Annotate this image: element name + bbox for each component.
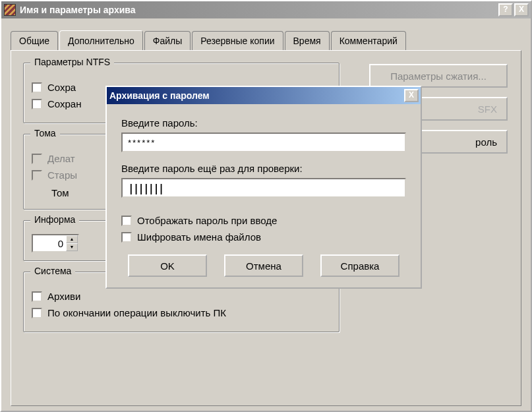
confirm-password-label: Введите пароль ещё раз для проверки: bbox=[121, 163, 406, 174]
checkbox-icon[interactable] bbox=[32, 291, 42, 302]
dialog-titlebar: Архивация с паролем X bbox=[107, 87, 421, 104]
tab-files[interactable]: Файлы bbox=[144, 31, 191, 51]
encrypt-filenames-row[interactable]: Шифровать имена файлов bbox=[121, 231, 406, 243]
app-icon bbox=[4, 4, 16, 16]
recovery-record-spinner[interactable]: ▲ ▼ bbox=[32, 234, 79, 252]
spinner-up-icon[interactable]: ▲ bbox=[66, 235, 78, 243]
password-label: Введите пароль: bbox=[121, 117, 406, 129]
ntfs-save-security-label: Сохра bbox=[47, 82, 76, 93]
show-password-row[interactable]: Отображать пароль при вводе bbox=[121, 215, 406, 226]
main-titlebar: Имя и параметры архива ? X bbox=[1, 1, 531, 18]
checkbox-icon[interactable] bbox=[32, 308, 42, 318]
tab-advanced[interactable]: Дополнительно bbox=[59, 30, 143, 50]
info-group-title: Информа bbox=[30, 214, 79, 225]
dialog-title: Архивация с паролем bbox=[109, 90, 404, 101]
system-background-row[interactable]: Архиви bbox=[32, 291, 331, 302]
checkbox-icon[interactable] bbox=[32, 82, 42, 93]
system-shutdown-row[interactable]: По окончании операции выключить ПК bbox=[32, 307, 331, 318]
recovery-record-input[interactable] bbox=[33, 235, 66, 251]
checkbox-icon bbox=[32, 154, 42, 164]
help-button[interactable]: ? bbox=[498, 3, 513, 16]
tab-general[interactable]: Общие bbox=[11, 31, 58, 51]
ntfs-group-title: Параметры NTFS bbox=[30, 57, 114, 67]
password-dialog: Архивация с паролем X Введите пароль: Вв… bbox=[105, 86, 422, 289]
password-input[interactable] bbox=[121, 132, 406, 152]
system-background-label: Архиви bbox=[47, 291, 80, 302]
tab-backup[interactable]: Резервные копии bbox=[192, 31, 283, 51]
system-shutdown-label: По окончании операции выключить ПК bbox=[47, 307, 226, 318]
tab-time[interactable]: Время bbox=[285, 31, 330, 51]
tab-comment[interactable]: Комментарий bbox=[331, 31, 406, 51]
ntfs-save-streams-label: Сохран bbox=[47, 98, 81, 109]
checkbox-icon[interactable] bbox=[121, 232, 132, 243]
checkbox-icon[interactable] bbox=[32, 99, 42, 109]
help-button[interactable]: Справка bbox=[320, 254, 399, 277]
compression-params-button[interactable]: Параметры сжатия... bbox=[369, 64, 508, 88]
encrypt-filenames-label: Шифровать имена файлов bbox=[137, 231, 261, 243]
main-title: Имя и параметры архива bbox=[20, 5, 498, 15]
tab-strip: Общие Дополнительно Файлы Резервные копи… bbox=[11, 30, 521, 50]
volumes-independent-label: Делат bbox=[47, 153, 75, 164]
system-group-title: Система bbox=[30, 266, 75, 276]
checkbox-icon[interactable] bbox=[121, 216, 132, 226]
dialog-close-button[interactable]: X bbox=[404, 89, 419, 102]
close-button[interactable]: X bbox=[514, 3, 529, 16]
volumes-oldstyle-label: Стары bbox=[47, 169, 77, 181]
checkbox-icon bbox=[32, 170, 42, 181]
confirm-password-input[interactable] bbox=[121, 178, 406, 198]
spinner-down-icon[interactable]: ▼ bbox=[66, 243, 78, 251]
cancel-button[interactable]: Отмена bbox=[224, 254, 303, 277]
show-password-label: Отображать пароль при вводе bbox=[137, 215, 277, 226]
volumes-group-title: Тома bbox=[30, 128, 60, 138]
ok-button[interactable]: OK bbox=[128, 254, 207, 277]
